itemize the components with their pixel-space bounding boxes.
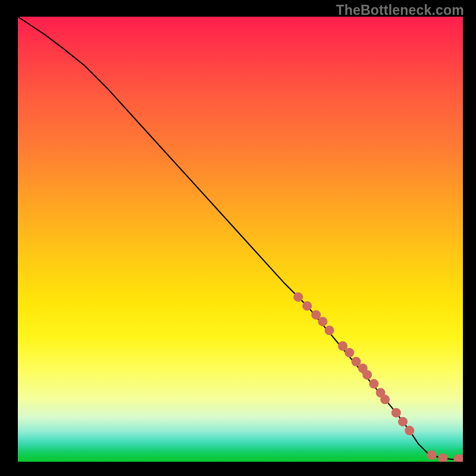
watermark-text: TheBottleneck.com xyxy=(336,2,464,18)
plot-area xyxy=(18,17,463,462)
chart-frame: TheBottleneck.com xyxy=(0,0,476,476)
